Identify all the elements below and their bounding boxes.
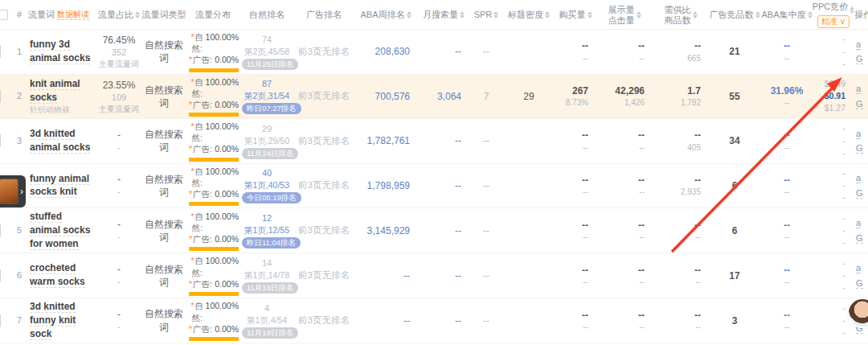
keyword-link[interactable]: funny animal socks knit (30, 173, 89, 199)
google-trends-link[interactable]: G (856, 54, 863, 64)
col-impressions-clicks[interactable]: 展示量点击量 (596, 3, 653, 27)
google-trends-link[interactable]: G (856, 143, 863, 154)
impressions-clicks-cell: -- -- (596, 262, 653, 290)
row-checkbox[interactable] (0, 134, 1, 147)
ppc-bid-cell: $0.49 $0.91 $1.27 (813, 76, 854, 117)
select-all-checkbox[interactable] (0, 10, 8, 20)
row-checkbox[interactable] (0, 224, 1, 237)
keyword-link[interactable]: funny 3d animal socks (30, 39, 90, 64)
monthly-search-volume: -- (418, 133, 469, 149)
clicks: -- (599, 322, 645, 333)
row-checkbox[interactable] (0, 45, 1, 58)
impressions-clicks-cell: 42,296 1,426 (596, 83, 653, 110)
purchase-count: -- (557, 309, 588, 322)
aba-weekly-rank-link[interactable]: 208,630 (354, 43, 418, 60)
ad-competitor-count: 6 (709, 223, 760, 239)
col-ppc-bid[interactable]: PPC竞价 精准 ∨ (813, 0, 854, 30)
title-density (503, 139, 555, 142)
purchase-count: -- (557, 219, 588, 232)
traffic-distribution-cell: *自然:100.00% *广告:0.00% (186, 298, 240, 343)
sort-icon[interactable] (460, 11, 465, 18)
col-spr[interactable]: SPR (469, 8, 503, 22)
ppc-exact-filter-dropdown[interactable]: 精准 ∨ (817, 15, 850, 28)
chevron-right-icon: › (20, 187, 23, 196)
rank-page: 第1页,12/55 (242, 224, 292, 236)
sort-icon[interactable] (808, 11, 813, 18)
supply-demand-ratio: -- (655, 264, 701, 277)
purchase-cell: -- -- (555, 172, 596, 199)
row-checkbox[interactable] (0, 314, 1, 327)
col-ad-competitors[interactable]: 广告竞品数 (709, 8, 760, 22)
google-trends-link[interactable]: G (856, 278, 863, 289)
amazon-search-link[interactable]: a (856, 218, 861, 228)
monthly-search-volume: -- (418, 43, 469, 60)
spr-value: -- (469, 268, 503, 284)
dist-natural-label: *自然: (189, 121, 206, 143)
keyword-link[interactable]: 3d knitted funny knit sock (30, 301, 76, 340)
supply-demand-cell: -- 405 (653, 127, 709, 154)
col-share[interactable]: 流量占比 (96, 8, 141, 22)
col-aba-rank[interactable]: ABA周排名 (354, 8, 418, 22)
keyword-link[interactable]: 3d knitted animal socks (30, 128, 90, 154)
sort-icon[interactable] (693, 11, 698, 18)
keyword-link[interactable]: crocheted warm socks (30, 262, 85, 288)
col-monthly-search[interactable]: 月搜索量 (418, 8, 469, 22)
data-insight-link[interactable]: 数据解读 (57, 10, 89, 20)
aba-weekly-rank-link[interactable]: 1,782,761 (354, 133, 418, 149)
traffic-type: 自然搜索词 (141, 261, 186, 290)
amazon-search-link[interactable]: a (856, 263, 861, 273)
sort-icon[interactable] (407, 11, 411, 18)
amazon-search-link[interactable]: a (856, 84, 861, 94)
amazon-search-link[interactable]: a (856, 129, 861, 139)
concentration-value: -- (763, 219, 811, 232)
aba-weekly-rank-link[interactable]: 1,798,959 (354, 178, 418, 194)
aba-weekly-rank-link[interactable]: 700,576 (354, 88, 418, 105)
traffic-distribution-cell: *自然:100.00% *广告:0.00% (186, 75, 240, 119)
traffic-type: 自然搜索词 (141, 216, 186, 245)
keyword-link[interactable]: knit animal socks (30, 78, 80, 104)
aba-weekly-rank-link[interactable]: -- (354, 313, 418, 329)
sort-icon[interactable] (755, 11, 760, 18)
purchase-cell: -- -- (555, 38, 596, 65)
purchase-rate: -- (557, 142, 588, 154)
keyword-link[interactable]: stuffed animal socks for women (30, 211, 90, 250)
sort-icon[interactable] (135, 11, 140, 18)
amazon-search-link[interactable]: a (856, 173, 861, 183)
sort-icon[interactable] (588, 11, 592, 18)
sort-icon[interactable] (545, 11, 550, 18)
col-aba-concentration[interactable]: ABA集中度 (760, 8, 813, 22)
spr-value: -- (469, 178, 503, 194)
traffic-share-cell: - - (96, 306, 141, 335)
col-title-density[interactable]: 标题密度 (503, 8, 555, 22)
supply-demand-ratio: -- (655, 309, 701, 322)
sort-icon[interactable] (637, 11, 641, 18)
impressions: -- (599, 174, 645, 187)
concentration-value: -- (763, 174, 811, 187)
aba-weekly-rank-link[interactable]: 3,145,929 (354, 223, 418, 239)
rank-page: 第1页,4/54 (242, 314, 292, 326)
row-checkbox[interactable] (0, 90, 1, 103)
aba-weekly-rank-link[interactable]: -- (354, 268, 418, 284)
amazon-search-link[interactable]: a (856, 39, 861, 50)
col-purchase[interactable]: 购买量 (555, 8, 596, 22)
aba-concentration-cell: -- -- (760, 172, 813, 199)
google-trends-link[interactable]: G (856, 188, 863, 199)
dist-ad-value: 0.00% (215, 233, 239, 244)
keyword-analysis-table: # 流量词 数据解读 流量占比 流量词类型 流量分布 自然排名 广告排名 ABA… (0, 0, 868, 345)
keyword-subtitle: 针织动物袜 (30, 105, 94, 116)
col-supply-demand[interactable]: 需供比商品数 (653, 3, 709, 27)
col-buy-label: 购买量 (559, 10, 586, 20)
google-trends-link[interactable]: G (856, 99, 863, 109)
sort-icon[interactable] (493, 11, 498, 18)
google-trends-link[interactable]: G (856, 233, 863, 244)
ad-rank: 前3页无排名 (294, 44, 354, 60)
distribution-bar (189, 113, 239, 117)
distribution-bar (189, 337, 239, 341)
ppc-suggested: - (816, 269, 845, 281)
product-drawer-handle[interactable]: › (0, 175, 26, 207)
title-density (503, 229, 555, 232)
impressions-clicks-cell: -- -- (596, 217, 653, 244)
row-checkbox[interactable] (0, 269, 1, 282)
share-percent: 23.55% (99, 79, 139, 92)
rank-page: 第1页,29/50 (242, 135, 292, 146)
